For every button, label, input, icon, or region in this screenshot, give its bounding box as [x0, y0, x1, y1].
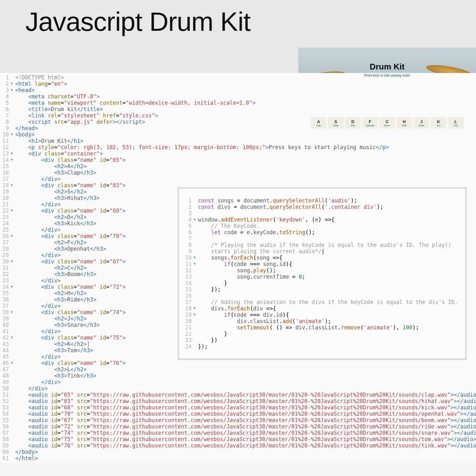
drum-key[interactable]: AClap — [311, 117, 327, 129]
drum-key[interactable]: FOpenhat — [362, 117, 378, 129]
code-line[interactable]: 58 <audio id="75" src="https://raw.githu… — [0, 436, 476, 442]
code-line[interactable]: 21 setTimeout( () => div.classList.remov… — [179, 324, 463, 331]
preview-subtext: Press keys to start playing music — [364, 74, 410, 77]
code-line[interactable]: 10▼ songs.forEach(song =>{ — [179, 255, 463, 261]
code-line[interactable]: 13 song.currentTime = 0; — [179, 274, 463, 280]
code-line[interactable]: 5 <meta name="viewport" content="width=d… — [0, 100, 476, 106]
code-line[interactable]: 4 <meta charset="UTF-8"> — [0, 93, 476, 100]
code-line[interactable]: 54 <audio id="70" src="https://raw.githu… — [0, 411, 476, 417]
code-line[interactable]: 10▼<body> — [0, 131, 476, 138]
code-line[interactable]: 61 </html> — [0, 455, 476, 461]
key-row: AClapSHihatDKickFOpenhatCBoomHRideJSnare… — [311, 117, 464, 129]
code-line[interactable]: 56 <audio id="72" src="https://raw.githu… — [0, 423, 476, 430]
code-line[interactable]: 12 <p style="color: rgb(3, 102, 53); fon… — [0, 144, 476, 150]
code-line[interactable]: 57 <audio id="74" src="https://raw.githu… — [0, 430, 476, 436]
code-line[interactable]: 2▼<html lang="en"> — [0, 81, 476, 87]
code-line[interactable]: 12 song.play(); — [179, 267, 463, 274]
code-line[interactable]: 47 <h2>L</h2> — [0, 366, 476, 373]
code-line[interactable]: 18▼ divs.forEach(div =>{ — [179, 305, 463, 312]
code-line[interactable]: 52 <audio id="83" src="https://raw.githu… — [0, 398, 476, 404]
code-line[interactable]: 19▼ if(code === div.id){ — [179, 312, 463, 318]
drum-key[interactable]: DKick — [345, 117, 361, 129]
drum-key[interactable]: JSnare — [413, 117, 429, 129]
page-title: Javascript Drum Kit — [25, 6, 463, 37]
code-line[interactable]: 59 <audio id="76" src="https://raw.githu… — [0, 442, 476, 449]
code-line[interactable]: 17 // Adding the animation to the divs i… — [179, 299, 463, 305]
code-line[interactable]: 8 /* Playing the audio if the keyCode is… — [179, 242, 463, 248]
code-line[interactable]: 7 — [179, 235, 463, 242]
drum-key[interactable]: KTom — [431, 117, 446, 129]
code-line[interactable]: 20 div.classList.add('animate'); — [179, 318, 463, 324]
code-line[interactable]: 5 // The KeyCode. — [179, 223, 463, 229]
js-code-editor[interactable]: 1 const songs = document.querySelectorAl… — [178, 187, 466, 360]
drum-key[interactable]: HRide — [396, 117, 412, 129]
code-line[interactable]: 23 }) — [179, 337, 463, 343]
code-line[interactable]: 11▼ if(code === song.id){ — [179, 261, 463, 267]
code-line[interactable]: 53 <audio id="68" src="https://raw.githu… — [0, 404, 476, 411]
code-line[interactable]: 3▼<head> — [0, 87, 476, 93]
code-line[interactable]: 11 <h1>Drum Kit</h1> — [0, 138, 476, 144]
code-line[interactable]: 2 const divs = document.querySelectorAll… — [179, 204, 463, 210]
code-line[interactable]: 1 const songs = document.querySelectorAl… — [179, 197, 463, 204]
code-line[interactable]: 17 </div> — [0, 176, 476, 182]
code-line[interactable]: 22 } — [179, 331, 463, 337]
drum-key[interactable]: CBoom — [379, 117, 395, 129]
code-line[interactable]: 48 <h3>Tink</h3> — [0, 373, 476, 379]
code-line[interactable]: 24 }); — [179, 343, 463, 350]
code-line[interactable]: 60 </body> — [0, 449, 476, 455]
code-line[interactable]: 51 <audio id="65" src="https://raw.githu… — [0, 392, 476, 398]
drum-key[interactable]: LTink — [448, 117, 464, 129]
drum-key[interactable]: SHihat — [328, 117, 344, 129]
code-line[interactable]: 14▼ <div class="name" id="65"> — [0, 157, 476, 163]
code-line[interactable]: 15 }); — [179, 286, 463, 293]
code-line[interactable]: 6 let code = e.keyCode.toString(); — [179, 229, 463, 235]
code-line[interactable]: 14 } — [179, 280, 463, 286]
code-line[interactable]: 9 starts playing the current audio*/| — [179, 248, 463, 255]
code-line[interactable]: 6 <title>Drum kit</title> — [0, 106, 476, 112]
code-line[interactable]: 13▼ <div class="container"> — [0, 150, 476, 157]
code-line[interactable]: 55 <audio id="67" src="https://raw.githu… — [0, 417, 476, 423]
code-line[interactable]: 16 <h3>Clap</h3> — [0, 169, 476, 176]
code-line[interactable]: 49 </div> — [0, 379, 476, 385]
code-line[interactable]: 50 </div> — [0, 385, 476, 392]
code-line[interactable]: 15 <h2>A</h2> — [0, 163, 476, 169]
code-line[interactable]: 46▼ <div class="name" id="76"> — [0, 360, 476, 366]
preview-heading: Drum Kit — [370, 62, 405, 72]
code-line[interactable]: 3 — [179, 210, 463, 216]
code-line[interactable]: 16 — [179, 293, 463, 299]
code-line[interactable]: 4▼window.addEventListener('keydown', (e)… — [179, 216, 463, 223]
